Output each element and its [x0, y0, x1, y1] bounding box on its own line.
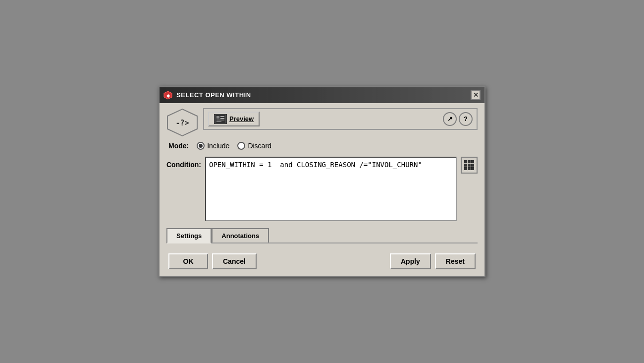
radio-discard-circle[interactable] [237, 142, 245, 150]
radio-include-label: Include [207, 142, 229, 150]
condition-row: Condition: [166, 157, 478, 221]
calculator-icon [464, 160, 474, 170]
calc-cell-2 [468, 160, 471, 163]
cancel-button[interactable]: Cancel [212, 253, 257, 269]
calculator-button[interactable] [461, 157, 478, 174]
mode-label: Mode: [168, 142, 189, 150]
calc-cell-3 [471, 160, 474, 163]
calc-cell-9 [471, 167, 474, 170]
svg-rect-6 [220, 116, 224, 117]
svg-text:◆: ◆ [166, 93, 170, 98]
reset-button[interactable]: Reset [435, 253, 476, 269]
tab-settings[interactable]: Settings [166, 228, 212, 243]
ok-button[interactable]: OK [168, 253, 208, 269]
operator-icon: -?> [166, 108, 198, 137]
condition-label: Condition: [166, 157, 201, 169]
svg-rect-8 [216, 120, 224, 121]
help-button[interactable]: ? [459, 112, 473, 126]
calc-cell-8 [468, 167, 471, 170]
preview-button[interactable]: Preview [208, 112, 260, 126]
svg-rect-7 [220, 118, 224, 119]
radio-group: Include Discard [197, 142, 271, 150]
calc-cell-5 [468, 164, 471, 167]
bottom-buttons: OK Cancel Apply Reset [166, 249, 478, 271]
toolbar-area: Preview ↗ ? [203, 108, 478, 130]
launch-button[interactable]: ↗ [443, 112, 457, 126]
close-button[interactable]: ✕ [471, 90, 481, 100]
preview-label: Preview [229, 115, 254, 122]
condition-input[interactable] [205, 157, 457, 221]
preview-icon [214, 114, 227, 124]
title-icon: ◆ [163, 91, 172, 100]
svg-text:-?>: -?> [175, 118, 189, 127]
btn-right: Apply Reset [390, 253, 476, 269]
calc-cell-4 [464, 164, 467, 167]
apply-button[interactable]: Apply [390, 253, 431, 269]
calc-cell-6 [471, 164, 474, 167]
preview-icon-svg [215, 115, 225, 123]
svg-rect-5 [216, 116, 219, 119]
dialog-body: -?> [160, 103, 484, 276]
title-bar-left: ◆ SELECT OPEN WITHIN [163, 91, 251, 100]
toolbar-row: Preview ↗ ? [203, 108, 478, 130]
tab-annotations[interactable]: Annotations [212, 228, 269, 242]
tabs-row: Settings Annotations [166, 228, 478, 243]
title-bar: ◆ SELECT OPEN WITHIN ✕ [160, 87, 484, 103]
radio-discard-label: Discard [248, 142, 271, 150]
calc-cell-7 [464, 167, 467, 170]
dialog-title: SELECT OPEN WITHIN [176, 91, 251, 99]
radio-include[interactable]: Include [197, 142, 229, 150]
select-open-within-dialog: ◆ SELECT OPEN WITHIN ✕ -?> [159, 86, 485, 277]
radio-include-circle[interactable] [197, 142, 205, 150]
mode-row: Mode: Include Discard [166, 142, 478, 150]
operator-svg: -?> [166, 108, 198, 137]
top-area: -?> [166, 108, 478, 137]
svg-rect-9 [216, 121, 221, 122]
calc-cell-1 [464, 160, 467, 163]
btn-left: OK Cancel [168, 253, 257, 269]
radio-discard[interactable]: Discard [237, 142, 271, 150]
